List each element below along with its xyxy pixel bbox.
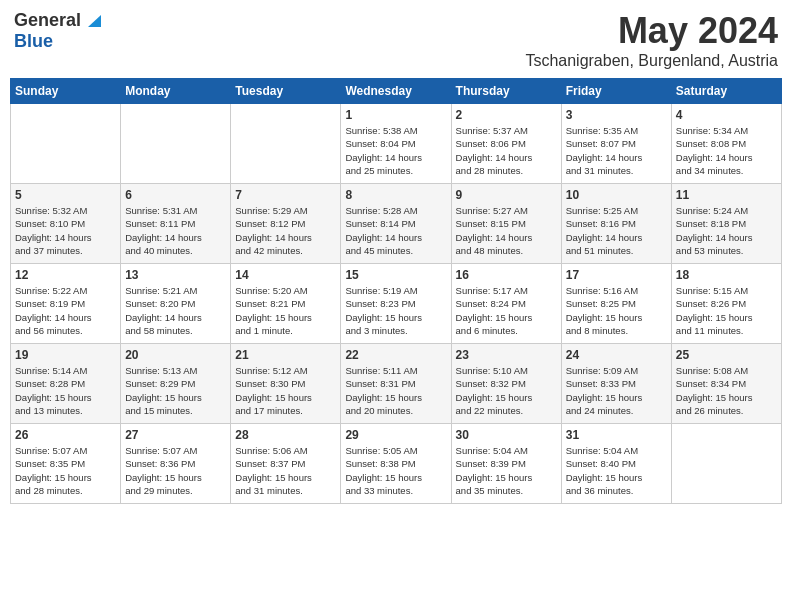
day-info: Sunrise: 5:27 AM Sunset: 8:15 PM Dayligh… (456, 204, 557, 257)
day-info: Sunrise: 5:12 AM Sunset: 8:30 PM Dayligh… (235, 364, 336, 417)
day-number: 30 (456, 428, 557, 442)
day-info: Sunrise: 5:19 AM Sunset: 8:23 PM Dayligh… (345, 284, 446, 337)
day-info: Sunrise: 5:22 AM Sunset: 8:19 PM Dayligh… (15, 284, 116, 337)
day-number: 18 (676, 268, 777, 282)
day-cell (231, 104, 341, 184)
day-number: 9 (456, 188, 557, 202)
day-cell: 9Sunrise: 5:27 AM Sunset: 8:15 PM Daylig… (451, 184, 561, 264)
day-number: 7 (235, 188, 336, 202)
day-number: 3 (566, 108, 667, 122)
day-cell: 27Sunrise: 5:07 AM Sunset: 8:36 PM Dayli… (121, 424, 231, 504)
day-info: Sunrise: 5:38 AM Sunset: 8:04 PM Dayligh… (345, 124, 446, 177)
day-info: Sunrise: 5:15 AM Sunset: 8:26 PM Dayligh… (676, 284, 777, 337)
day-cell: 24Sunrise: 5:09 AM Sunset: 8:33 PM Dayli… (561, 344, 671, 424)
page-header: General Blue May 2024 Tschanigraben, Bur… (10, 10, 782, 70)
day-cell: 13Sunrise: 5:21 AM Sunset: 8:20 PM Dayli… (121, 264, 231, 344)
day-number: 2 (456, 108, 557, 122)
day-cell: 15Sunrise: 5:19 AM Sunset: 8:23 PM Dayli… (341, 264, 451, 344)
day-number: 23 (456, 348, 557, 362)
weekday-header-tuesday: Tuesday (231, 79, 341, 104)
day-number: 13 (125, 268, 226, 282)
day-info: Sunrise: 5:14 AM Sunset: 8:28 PM Dayligh… (15, 364, 116, 417)
title-block: May 2024 Tschanigraben, Burgenland, Aust… (525, 10, 778, 70)
day-number: 29 (345, 428, 446, 442)
day-info: Sunrise: 5:06 AM Sunset: 8:37 PM Dayligh… (235, 444, 336, 497)
day-number: 6 (125, 188, 226, 202)
day-info: Sunrise: 5:10 AM Sunset: 8:32 PM Dayligh… (456, 364, 557, 417)
day-cell: 10Sunrise: 5:25 AM Sunset: 8:16 PM Dayli… (561, 184, 671, 264)
day-info: Sunrise: 5:25 AM Sunset: 8:16 PM Dayligh… (566, 204, 667, 257)
day-cell: 16Sunrise: 5:17 AM Sunset: 8:24 PM Dayli… (451, 264, 561, 344)
day-number: 15 (345, 268, 446, 282)
day-info: Sunrise: 5:11 AM Sunset: 8:31 PM Dayligh… (345, 364, 446, 417)
day-cell: 23Sunrise: 5:10 AM Sunset: 8:32 PM Dayli… (451, 344, 561, 424)
day-number: 16 (456, 268, 557, 282)
day-number: 11 (676, 188, 777, 202)
logo-icon (83, 11, 101, 29)
day-number: 14 (235, 268, 336, 282)
day-info: Sunrise: 5:09 AM Sunset: 8:33 PM Dayligh… (566, 364, 667, 417)
day-number: 1 (345, 108, 446, 122)
day-info: Sunrise: 5:07 AM Sunset: 8:36 PM Dayligh… (125, 444, 226, 497)
day-cell: 14Sunrise: 5:20 AM Sunset: 8:21 PM Dayli… (231, 264, 341, 344)
day-info: Sunrise: 5:08 AM Sunset: 8:34 PM Dayligh… (676, 364, 777, 417)
day-cell: 30Sunrise: 5:04 AM Sunset: 8:39 PM Dayli… (451, 424, 561, 504)
day-number: 20 (125, 348, 226, 362)
svg-marker-0 (88, 15, 101, 27)
month-title: May 2024 (525, 10, 778, 52)
day-info: Sunrise: 5:34 AM Sunset: 8:08 PM Dayligh… (676, 124, 777, 177)
logo-blue-text: Blue (14, 31, 53, 51)
location-title: Tschanigraben, Burgenland, Austria (525, 52, 778, 70)
day-info: Sunrise: 5:20 AM Sunset: 8:21 PM Dayligh… (235, 284, 336, 337)
day-number: 19 (15, 348, 116, 362)
weekday-header-sunday: Sunday (11, 79, 121, 104)
day-number: 10 (566, 188, 667, 202)
day-info: Sunrise: 5:17 AM Sunset: 8:24 PM Dayligh… (456, 284, 557, 337)
day-number: 26 (15, 428, 116, 442)
day-cell: 4Sunrise: 5:34 AM Sunset: 8:08 PM Daylig… (671, 104, 781, 184)
day-cell: 5Sunrise: 5:32 AM Sunset: 8:10 PM Daylig… (11, 184, 121, 264)
day-cell: 26Sunrise: 5:07 AM Sunset: 8:35 PM Dayli… (11, 424, 121, 504)
day-number: 22 (345, 348, 446, 362)
day-number: 5 (15, 188, 116, 202)
day-cell: 11Sunrise: 5:24 AM Sunset: 8:18 PM Dayli… (671, 184, 781, 264)
day-cell: 20Sunrise: 5:13 AM Sunset: 8:29 PM Dayli… (121, 344, 231, 424)
day-cell (11, 104, 121, 184)
day-info: Sunrise: 5:37 AM Sunset: 8:06 PM Dayligh… (456, 124, 557, 177)
day-cell: 2Sunrise: 5:37 AM Sunset: 8:06 PM Daylig… (451, 104, 561, 184)
logo: General Blue (14, 10, 101, 52)
day-number: 17 (566, 268, 667, 282)
day-cell: 1Sunrise: 5:38 AM Sunset: 8:04 PM Daylig… (341, 104, 451, 184)
day-number: 25 (676, 348, 777, 362)
day-info: Sunrise: 5:04 AM Sunset: 8:40 PM Dayligh… (566, 444, 667, 497)
day-cell: 21Sunrise: 5:12 AM Sunset: 8:30 PM Dayli… (231, 344, 341, 424)
day-cell: 17Sunrise: 5:16 AM Sunset: 8:25 PM Dayli… (561, 264, 671, 344)
weekday-header-monday: Monday (121, 79, 231, 104)
day-cell: 12Sunrise: 5:22 AM Sunset: 8:19 PM Dayli… (11, 264, 121, 344)
day-info: Sunrise: 5:07 AM Sunset: 8:35 PM Dayligh… (15, 444, 116, 497)
day-cell: 3Sunrise: 5:35 AM Sunset: 8:07 PM Daylig… (561, 104, 671, 184)
calendar-table: SundayMondayTuesdayWednesdayThursdayFrid… (10, 78, 782, 504)
day-info: Sunrise: 5:28 AM Sunset: 8:14 PM Dayligh… (345, 204, 446, 257)
weekday-header-friday: Friday (561, 79, 671, 104)
day-info: Sunrise: 5:31 AM Sunset: 8:11 PM Dayligh… (125, 204, 226, 257)
day-cell: 29Sunrise: 5:05 AM Sunset: 8:38 PM Dayli… (341, 424, 451, 504)
day-cell: 31Sunrise: 5:04 AM Sunset: 8:40 PM Dayli… (561, 424, 671, 504)
week-row-4: 19Sunrise: 5:14 AM Sunset: 8:28 PM Dayli… (11, 344, 782, 424)
day-cell: 25Sunrise: 5:08 AM Sunset: 8:34 PM Dayli… (671, 344, 781, 424)
day-info: Sunrise: 5:16 AM Sunset: 8:25 PM Dayligh… (566, 284, 667, 337)
day-cell: 18Sunrise: 5:15 AM Sunset: 8:26 PM Dayli… (671, 264, 781, 344)
day-info: Sunrise: 5:21 AM Sunset: 8:20 PM Dayligh… (125, 284, 226, 337)
day-number: 8 (345, 188, 446, 202)
day-cell: 22Sunrise: 5:11 AM Sunset: 8:31 PM Dayli… (341, 344, 451, 424)
header-row: SundayMondayTuesdayWednesdayThursdayFrid… (11, 79, 782, 104)
day-info: Sunrise: 5:04 AM Sunset: 8:39 PM Dayligh… (456, 444, 557, 497)
week-row-3: 12Sunrise: 5:22 AM Sunset: 8:19 PM Dayli… (11, 264, 782, 344)
day-cell: 8Sunrise: 5:28 AM Sunset: 8:14 PM Daylig… (341, 184, 451, 264)
day-number: 4 (676, 108, 777, 122)
weekday-header-thursday: Thursday (451, 79, 561, 104)
week-row-5: 26Sunrise: 5:07 AM Sunset: 8:35 PM Dayli… (11, 424, 782, 504)
weekday-header-saturday: Saturday (671, 79, 781, 104)
day-cell: 7Sunrise: 5:29 AM Sunset: 8:12 PM Daylig… (231, 184, 341, 264)
week-row-2: 5Sunrise: 5:32 AM Sunset: 8:10 PM Daylig… (11, 184, 782, 264)
